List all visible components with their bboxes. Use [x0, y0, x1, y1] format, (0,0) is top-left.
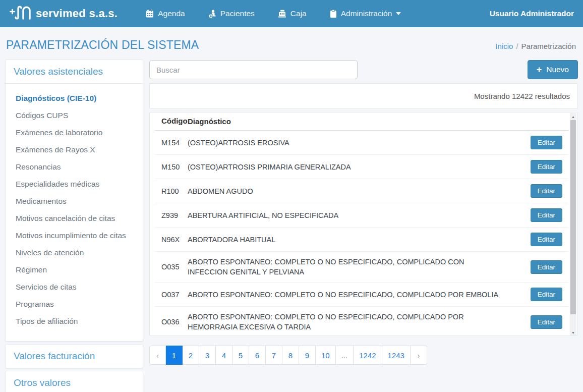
- cell-codigo: Z939: [155, 211, 188, 219]
- sidebar-item-list: Diagnósticos (CIE-10)Códigos CUPSExámene…: [6, 83, 143, 341]
- sidebar-panel-valores-facturacion: Valores facturación: [5, 344, 143, 368]
- sidebar-item[interactable]: Programas: [6, 296, 143, 313]
- clipboard-icon: [330, 10, 337, 18]
- page-button[interactable]: 1242: [354, 346, 382, 365]
- results-bar: Mostrando 12422 resultados: [149, 83, 578, 109]
- table-row: M150(OSTEO)ARTROSIS PRIMARIA GENERALIZAD…: [155, 155, 568, 179]
- table-row: R100ABDOMEN AGUDOEditar: [155, 179, 568, 203]
- cell-diagnostico: ABORTO ESPONTANEO: COMPLETO O NO ESPECIF…: [188, 290, 500, 300]
- page-button[interactable]: 9: [299, 346, 316, 365]
- table-row: Z939ABERTURA ARTIFICIAL, NO ESPECIFICADA…: [155, 203, 568, 228]
- table-scrollbar[interactable]: ▲ ▼: [570, 113, 576, 336]
- nav-item-caja[interactable]: Caja: [278, 9, 307, 18]
- sidebar-item[interactable]: Niveles de atención: [6, 244, 143, 261]
- page-button[interactable]: 6: [249, 346, 266, 365]
- page-title: PARAMETRIZACIÓN DEL SISTEMA: [6, 38, 199, 52]
- scroll-up-icon[interactable]: ▲: [570, 113, 576, 120]
- new-button-label: Nuevo: [546, 65, 569, 74]
- search-input[interactable]: [149, 60, 358, 79]
- sidebar-item[interactable]: Exámenes de laboratorio: [6, 124, 143, 141]
- page-button[interactable]: 2: [183, 346, 199, 365]
- pagination: ‹12345678910...12421243›: [149, 346, 578, 365]
- page-button[interactable]: 1243: [382, 346, 411, 365]
- cell-codigo: O036: [155, 318, 188, 326]
- navbar: servimed s.a.s. Agenda: [0, 0, 583, 27]
- sidebar-item[interactable]: Resonancias: [6, 158, 143, 176]
- sidebar-panel-valores-asistenciales: Valores asistenciales Diagnósticos (CIE-…: [5, 60, 143, 342]
- sidebar-item[interactable]: Exámenes de Rayos X: [6, 141, 143, 158]
- sidebar-item[interactable]: Servicios de citas: [6, 278, 143, 296]
- brand-text: servimed s.a.s.: [36, 7, 118, 20]
- sidebar-item[interactable]: Motivos incumplimiento de citas: [6, 227, 143, 244]
- diagnostics-table: Código Diagnóstico M154(OSTEO)ARTROSIS E…: [155, 113, 568, 336]
- nav-label-caja: Caja: [290, 9, 307, 18]
- user-menu[interactable]: Usuario Administrador: [490, 9, 574, 18]
- scrollbar-track[interactable]: [570, 120, 576, 329]
- cell-codigo: O035: [155, 263, 188, 271]
- column-header-codigo: Código: [155, 117, 188, 127]
- table-body: M154(OSTEO)ARTROSIS EROSIVAEditarM150(OS…: [155, 131, 568, 336]
- page-button[interactable]: 1: [166, 346, 183, 365]
- panel-title-valores-asistenciales[interactable]: Valores asistenciales: [6, 60, 143, 83]
- pagination-next[interactable]: ›: [411, 346, 427, 365]
- edit-button[interactable]: Editar: [531, 260, 562, 274]
- breadcrumb-link-inicio[interactable]: Inicio: [495, 42, 513, 50]
- panel-title-otros-valores[interactable]: Otros valores: [6, 371, 143, 392]
- calendar-icon: [146, 10, 154, 18]
- cell-diagnostico: ABORTO ESPONTANEO: COMPLETO O NO ESPECIF…: [188, 257, 500, 277]
- toolbar: + Nuevo: [149, 60, 578, 79]
- table-card: Código Diagnóstico M154(OSTEO)ARTROSIS E…: [149, 112, 578, 336]
- patient-icon: [208, 10, 216, 18]
- page-button[interactable]: 10: [316, 346, 336, 365]
- main-menu: Agenda Pacientes: [146, 9, 401, 18]
- cell-diagnostico: (OSTEO)ARTROSIS EROSIVA: [188, 138, 500, 148]
- sidebar-item[interactable]: Tipos de afiliación: [6, 313, 143, 330]
- servimed-logo-icon: [9, 5, 32, 23]
- cell-codigo: O037: [155, 291, 188, 299]
- edit-button[interactable]: Editar: [531, 208, 562, 222]
- cash-register-icon: [278, 10, 286, 18]
- cell-codigo: N96X: [155, 236, 188, 244]
- edit-button[interactable]: Editar: [531, 233, 562, 246]
- nav-item-agenda[interactable]: Agenda: [146, 9, 185, 18]
- page-button[interactable]: 5: [232, 346, 249, 365]
- edit-button[interactable]: Editar: [531, 184, 562, 198]
- breadcrumb: Inicio/Parametrización: [495, 42, 576, 50]
- sidebar-item[interactable]: Códigos CUPS: [6, 107, 143, 124]
- sidebar-item[interactable]: Especialidades médicas: [6, 176, 143, 193]
- scrollbar-thumb[interactable]: [570, 120, 576, 314]
- sidebar-item[interactable]: Diagnósticos (CIE-10): [6, 90, 143, 107]
- scroll-down-icon[interactable]: ▼: [570, 329, 576, 336]
- sidebar-item[interactable]: Medicamentos: [6, 193, 143, 210]
- pagination-prev[interactable]: ‹: [149, 346, 166, 365]
- brand-logo[interactable]: servimed s.a.s.: [9, 5, 118, 23]
- edit-button[interactable]: Editar: [531, 315, 562, 329]
- sidebar-item[interactable]: Motivos cancelación de citas: [6, 210, 143, 227]
- plus-icon: +: [537, 65, 542, 74]
- page-button[interactable]: 7: [266, 346, 282, 365]
- edit-button[interactable]: Editar: [531, 136, 562, 149]
- page-button[interactable]: 8: [282, 346, 299, 365]
- cell-diagnostico: (OSTEO)ARTROSIS PRIMARIA GENERALIZADA: [188, 162, 500, 172]
- nav-item-pacientes[interactable]: Pacientes: [208, 9, 255, 18]
- table-row: O036ABORTO ESPONTANEO: COMPLETO O NO ESP…: [155, 307, 568, 336]
- sidebar-item[interactable]: Régimen: [6, 261, 143, 278]
- cell-diagnostico: ABORTADORA HABITUAL: [188, 235, 500, 245]
- edit-button[interactable]: Editar: [531, 288, 562, 301]
- table-row: O037ABORTO ESPONTANEO: COMPLETO O NO ESP…: [155, 283, 568, 307]
- new-button[interactable]: + Nuevo: [528, 60, 578, 79]
- edit-button[interactable]: Editar: [531, 160, 562, 174]
- nav-label-administracion: Administración: [341, 9, 392, 18]
- page-button[interactable]: 4: [216, 346, 232, 365]
- table-header: Código Diagnóstico: [155, 113, 568, 131]
- cell-codigo: R100: [155, 187, 188, 195]
- nav-label-agenda: Agenda: [158, 9, 185, 18]
- cell-diagnostico: ABERTURA ARTIFICIAL, NO ESPECIFICADA: [188, 210, 500, 220]
- breadcrumb-current: Parametrización: [521, 42, 576, 50]
- page-button[interactable]: 3: [199, 346, 216, 365]
- sidebar: Valores asistenciales Diagnósticos (CIE-…: [5, 60, 143, 392]
- nav-item-administracion[interactable]: Administración: [330, 9, 401, 18]
- breadcrumb-separator: /: [516, 42, 518, 50]
- table-row: N96XABORTADORA HABITUALEditar: [155, 228, 568, 252]
- panel-title-valores-facturacion[interactable]: Valores facturación: [6, 345, 143, 368]
